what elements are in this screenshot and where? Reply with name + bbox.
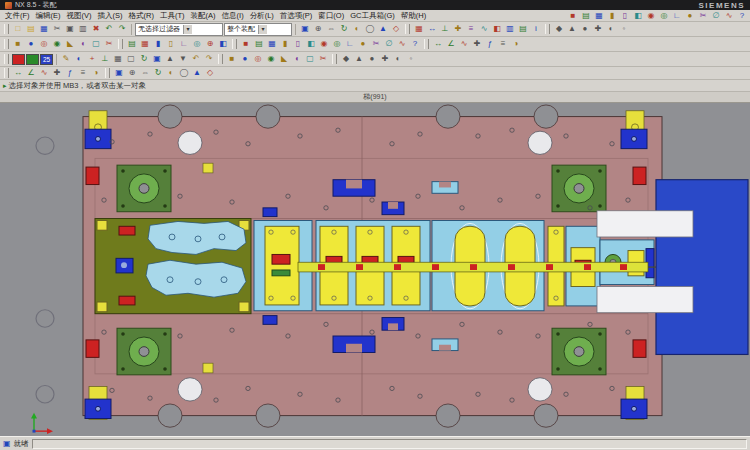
snap-endpoint-icon[interactable]: ◆ [553, 24, 565, 34]
cylinder-feature-icon[interactable]: ● [25, 39, 37, 49]
trim-tool-icon[interactable]: ✂ [697, 11, 709, 21]
snap-midpoint-icon[interactable]: ▲ [566, 24, 578, 34]
toolbar-grip[interactable] [218, 54, 223, 64]
shell-icon[interactable]: ▢ [304, 54, 316, 64]
pdw-strip-layout-icon[interactable]: ▤ [580, 11, 592, 21]
pdw-die-base-icon[interactable]: ▦ [593, 11, 605, 21]
copy-icon[interactable]: ▣ [64, 24, 76, 34]
toolbar-grip[interactable] [405, 24, 410, 34]
cut-icon[interactable]: ✂ [51, 24, 63, 34]
show-hide-icon[interactable]: ◐ [73, 54, 85, 64]
chamfer-icon[interactable]: ◣ [64, 39, 76, 49]
toolbar-grip[interactable] [232, 39, 237, 49]
relief-design-icon[interactable]: ◧ [217, 39, 229, 49]
menu-item-6[interactable]: 装配(A) [188, 11, 219, 21]
component-info-icon[interactable]: i [530, 24, 542, 34]
shaded-icon[interactable]: ◐ [351, 24, 363, 34]
toolbar-grip[interactable] [4, 39, 9, 49]
layer-settings-icon[interactable]: ≡ [77, 68, 89, 78]
navigator-icon[interactable]: ▤ [517, 24, 529, 34]
insert-design-icon[interactable]: ▯ [165, 39, 177, 49]
arrangement-icon[interactable]: ▥ [504, 24, 516, 34]
boss-feature-icon[interactable]: ◉ [51, 39, 63, 49]
cylinder-feature-icon[interactable]: ● [239, 54, 251, 64]
rotate-right-icon[interactable]: ↷ [203, 54, 215, 64]
face-color-chip[interactable] [26, 54, 39, 65]
curve-analysis-icon[interactable]: ∿ [38, 68, 50, 78]
pdw-punch-insert-icon[interactable]: ▮ [279, 39, 291, 49]
pdw-die-base-icon[interactable]: ▦ [266, 39, 278, 49]
delete-icon[interactable]: ✖ [90, 24, 102, 34]
trim-tool-icon[interactable]: ✂ [370, 39, 382, 49]
pdw-punch-insert-icon[interactable]: ▮ [606, 11, 618, 21]
menu-item-11[interactable]: GC工具箱(G) [347, 11, 398, 21]
snap-quadrant-icon[interactable]: ◐ [392, 54, 404, 64]
front-view-icon[interactable]: ▲ [191, 68, 203, 78]
wcs-dynamics-icon[interactable]: + [86, 54, 98, 64]
edit-sketch-icon[interactable]: ✎ [60, 54, 72, 64]
menu-item-5[interactable]: 工具(T) [157, 11, 188, 21]
iso-view-icon[interactable]: ◇ [204, 68, 216, 78]
rotate-view-icon[interactable]: ↻ [338, 24, 350, 34]
help-menu-icon[interactable]: ? [409, 39, 421, 49]
object-display-icon[interactable]: ◑ [90, 68, 102, 78]
point-constructor-icon[interactable]: ✚ [51, 68, 63, 78]
bend-insert-icon[interactable]: ∟ [178, 39, 190, 49]
snap-endpoint-icon[interactable]: ◆ [340, 54, 352, 64]
menu-item-0[interactable]: 文件(F) [2, 11, 33, 21]
pdw-project-icon[interactable]: ■ [567, 11, 579, 21]
toolbar-grip[interactable] [4, 54, 9, 64]
datum-csys-icon[interactable]: ⊥ [99, 54, 111, 64]
pattern-component-icon[interactable]: ≡ [465, 24, 477, 34]
fit-window-icon[interactable]: ▣ [151, 54, 163, 64]
new-file-icon[interactable]: □ [12, 24, 24, 34]
graphics-window[interactable] [0, 103, 750, 436]
measure-tool-icon[interactable]: ∅ [383, 39, 395, 49]
trim-body-icon[interactable]: ✂ [103, 39, 115, 49]
chamfer-icon[interactable]: ◣ [278, 54, 290, 64]
toolbar-grip[interactable] [4, 68, 9, 78]
analysis-icon[interactable]: ∿ [396, 39, 408, 49]
reference-set-icon[interactable]: ◧ [491, 24, 503, 34]
expression-icon[interactable]: ƒ [484, 39, 496, 49]
pdw-pilot-icon[interactable]: ◎ [331, 39, 343, 49]
new-window-icon[interactable]: ▢ [125, 54, 137, 64]
menu-item-2[interactable]: 视图(V) [64, 11, 95, 21]
punch-design-icon[interactable]: ▮ [152, 39, 164, 49]
snap-center-icon[interactable]: ● [366, 54, 378, 64]
menu-item-10[interactable]: 窗口(O) [315, 11, 347, 21]
zoom-icon[interactable]: ⊕ [312, 24, 324, 34]
pdw-pocket-icon[interactable]: ◉ [645, 11, 657, 21]
refresh-icon[interactable]: ↻ [138, 54, 150, 64]
die-design-icon[interactable]: ▦ [139, 39, 151, 49]
menu-item-7[interactable]: 信息(I) [219, 11, 247, 21]
boss-feature-icon[interactable]: ◉ [265, 54, 277, 64]
pdw-die-insert-icon[interactable]: ▯ [292, 39, 304, 49]
snap-intersection-icon[interactable]: ✚ [592, 24, 604, 34]
menu-item-8[interactable]: 分析(L) [247, 11, 277, 21]
menu-item-3[interactable]: 插入(S) [95, 11, 126, 21]
snap-point-icon[interactable]: ◦ [405, 54, 417, 64]
iso-view-icon[interactable]: ◇ [390, 24, 402, 34]
toolbar-grip[interactable] [118, 39, 123, 49]
object-display-icon[interactable]: ◑ [510, 39, 522, 49]
pan-icon[interactable]: ⇔ [139, 68, 151, 78]
measure-distance-icon[interactable]: ↔ [432, 39, 444, 49]
snap-midpoint-icon[interactable]: ▲ [353, 54, 365, 64]
pdw-project-icon[interactable]: ■ [240, 39, 252, 49]
top-view-icon[interactable]: ▲ [164, 54, 176, 64]
front-view-icon[interactable]: ▲ [377, 24, 389, 34]
redo-icon[interactable]: ↷ [116, 24, 128, 34]
toolbar-grip[interactable] [4, 24, 9, 34]
block-feature-icon[interactable]: ■ [226, 54, 238, 64]
wireframe-icon[interactable]: ◯ [364, 24, 376, 34]
assembly-constraint-icon[interactable]: ⊥ [439, 24, 451, 34]
pdw-relief-icon[interactable]: ◧ [632, 11, 644, 21]
hole-feature-icon[interactable]: ◎ [38, 39, 50, 49]
fit-view-icon[interactable]: ▣ [299, 24, 311, 34]
point-constructor-icon[interactable]: ✚ [471, 39, 483, 49]
bend-tool-icon[interactable]: ∟ [344, 39, 356, 49]
menu-item-4[interactable]: 格式(R) [126, 11, 157, 21]
save-icon[interactable]: ▦ [38, 24, 50, 34]
menu-item-9[interactable]: 首选项(P) [277, 11, 316, 21]
